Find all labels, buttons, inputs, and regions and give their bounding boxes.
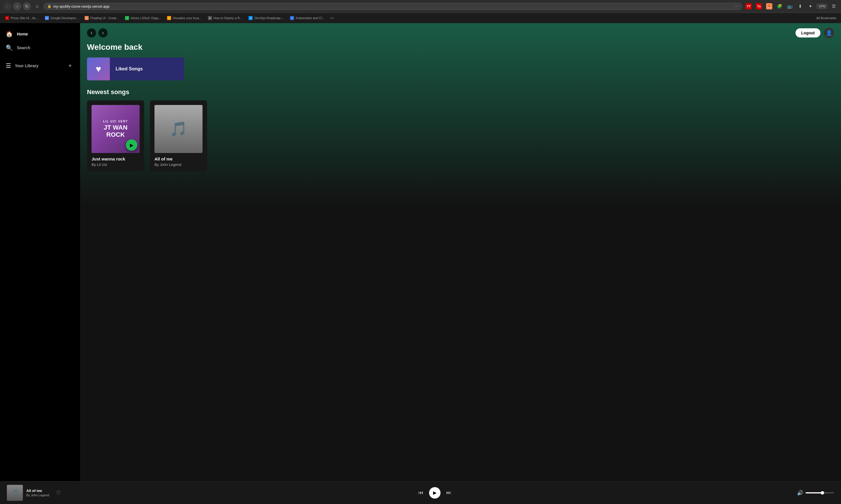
song-title-all-of-me: All of me <box>155 157 202 161</box>
skip-forward-button[interactable]: ⏭ <box>446 490 451 496</box>
tab-label-proxy: Proxy Site #1 - Ac... <box>11 16 39 20</box>
player-song-title: All of me <box>26 489 49 493</box>
url-text: my-spotify-clone-nextjs.vercel.app <box>53 4 733 8</box>
lil-uzi-song-line2: ROCK <box>103 131 128 138</box>
reload-button[interactable]: ↻ <box>23 2 31 10</box>
tab-label-floating: Floating UI - Creat... <box>90 16 119 20</box>
extensions-button[interactable]: YT <box>745 2 753 10</box>
tab-deploy[interactable]: H How to Deploy a R... <box>205 15 246 21</box>
sidebar: 🏠 Home 🔍 Search ☰ Your Library + <box>0 23 80 481</box>
play-button-just-wanna-rock[interactable]: ▶ <box>126 139 137 151</box>
tab-label-devops: DevOps Roadmap:... <box>254 16 284 20</box>
tab-favicon-proxy: P <box>5 16 9 20</box>
add-library-button[interactable]: + <box>66 61 74 70</box>
tab-google[interactable]: G Google Developer... <box>42 15 81 21</box>
song-artist-all-of-me: By John Legend <box>155 162 202 167</box>
player-song-details: All of me By John Legend <box>26 489 49 497</box>
tab-favicon-devops: D <box>249 16 253 20</box>
song-card-just-wanna-rock[interactable]: LIL UZI VERT JT WAN ROCK ▶ Just wanna ro… <box>87 101 144 171</box>
menu-button[interactable]: ☰ <box>829 2 838 10</box>
newest-songs-title: Newest songs <box>87 88 834 96</box>
bookmark-button[interactable]: ☆ <box>33 2 41 10</box>
extension-to-button[interactable]: To <box>755 2 763 10</box>
tab-label-gsoc: Home | GSoC Orga... <box>131 16 161 20</box>
browser-nav-buttons: ‹ › ↻ <box>3 2 31 10</box>
song-image-all-of-me: 🎵 ▶ <box>155 105 202 153</box>
player-song-artist: By John Legend <box>26 493 49 497</box>
header-back-button[interactable]: ‹ <box>87 28 96 37</box>
logout-button[interactable]: Logout <box>795 28 820 37</box>
liked-songs-icon: ♥ <box>87 57 110 80</box>
tab-favicon-kubernetes: K <box>290 16 294 20</box>
tab-label-kubernetes: Kubernetes and Cl... <box>296 16 324 20</box>
tab-visualize[interactable]: V Visualize your loca... <box>164 15 204 21</box>
sidebar-item-search-label: Search <box>17 46 30 50</box>
liked-songs-label: Liked Songs <box>110 66 148 72</box>
lil-uzi-artist-name: LIL UZI VERT <box>103 120 128 123</box>
player-bar: 🎵 All of me By John Legend ♡ ⏮ ▶ ⏭ 🔊 <box>0 481 841 504</box>
player-controls: ⏮ ▶ ⏭ <box>93 487 777 499</box>
extension-puzzle-button[interactable]: 🧩 <box>775 2 784 10</box>
all-bookmarks-label[interactable]: All Bookmarks <box>814 15 839 21</box>
song-artist-just-wanna-rock: By Lil Uzi <box>91 162 140 167</box>
tab-bar: P Proxy Site #1 - Ac... G Google Develop… <box>0 13 841 23</box>
lil-uzi-song-line1: JT WAN <box>103 124 128 131</box>
library-icon: ☰ <box>6 62 11 69</box>
vpn-badge[interactable]: VPN <box>817 4 827 9</box>
tab-favicon-floating: F <box>85 16 89 20</box>
back-button[interactable]: ‹ <box>3 2 12 10</box>
volume-slider[interactable] <box>806 492 834 493</box>
tab-favicon-gsoc: ♪ <box>125 16 129 20</box>
copilot-button[interactable]: ✦ <box>806 2 815 10</box>
tab-kubernetes[interactable]: K Kubernetes and Cl... <box>287 15 327 21</box>
player-play-button[interactable]: ▶ <box>429 487 441 499</box>
header-forward-button[interactable]: › <box>99 28 108 37</box>
user-avatar[interactable]: 👤 <box>824 28 834 38</box>
search-icon: 🔍 <box>6 44 13 51</box>
header-nav-buttons: ‹ › <box>87 28 108 37</box>
liked-songs-card[interactable]: ♥ Liked Songs <box>87 57 184 80</box>
welcome-title: Welcome back <box>87 42 834 52</box>
tab-more[interactable]: >> <box>328 15 336 21</box>
extension-firefox-button[interactable]: 🦊 <box>765 2 773 10</box>
browser-chrome: ‹ › ↻ ☆ 🔒 my-spotify-clone-nextjs.vercel… <box>0 0 841 13</box>
sidebar-nav: 🏠 Home 🔍 Search <box>0 28 80 54</box>
tab-label-google: Google Developer... <box>51 16 78 20</box>
forward-button[interactable]: › <box>13 2 21 10</box>
player-song-info: 🎵 All of me By John Legend ♡ <box>7 485 93 501</box>
sidebar-library-section: ☰ Your Library + <box>0 57 80 74</box>
tab-gsoc[interactable]: ♪ Home | GSoC Orga... <box>122 15 164 21</box>
cast-button[interactable]: 📺 <box>786 2 794 10</box>
tab-proxy[interactable]: P Proxy Site #1 - Ac... <box>2 15 41 21</box>
address-bar[interactable]: 🔒 my-spotify-clone-nextjs.vercel.app ⋯ <box>43 3 742 10</box>
tab-label-deploy: How to Deploy a R... <box>214 16 243 20</box>
sidebar-item-home[interactable]: 🏠 Home <box>2 28 78 40</box>
song-card-all-of-me[interactable]: 🎵 ▶ All of me By John Legend <box>150 101 207 171</box>
skip-back-button[interactable]: ⏮ <box>418 490 423 496</box>
player-thumbnail-image: 🎵 <box>7 485 23 501</box>
browser-right-icons: YT To 🦊 🧩 📺 ⬇ ✦ VPN ☰ <box>745 2 838 10</box>
app-layout: 🏠 Home 🔍 Search ☰ Your Library + ‹ › Log… <box>0 23 841 481</box>
player-volume: 🔊 <box>777 490 834 496</box>
song-image-just-wanna-rock: LIL UZI VERT JT WAN ROCK ▶ <box>91 105 140 153</box>
header-right: Logout 👤 <box>795 28 834 38</box>
main-header: ‹ › Logout 👤 <box>80 23 841 42</box>
sidebar-library-button[interactable]: ☰ Your Library <box>6 62 38 69</box>
tab-favicon-google: G <box>45 16 49 20</box>
player-like-button[interactable]: ♡ <box>56 490 61 496</box>
tab-devops[interactable]: D DevOps Roadmap:... <box>246 15 287 21</box>
volume-icon: 🔊 <box>797 490 803 496</box>
sidebar-item-home-label: Home <box>17 32 28 36</box>
download-button[interactable]: ⬇ <box>796 2 804 10</box>
main-body: Welcome back ♥ Liked Songs Newest songs … <box>80 42 841 178</box>
player-thumbnail: 🎵 <box>7 485 23 501</box>
song-title-just-wanna-rock: Just wanna rock <box>91 157 140 161</box>
lil-uzi-text: LIL UZI VERT JT WAN ROCK <box>101 118 130 140</box>
main-content: ‹ › Logout 👤 Welcome back ♥ Liked Songs … <box>80 23 841 481</box>
player-buttons: ⏮ ▶ ⏭ <box>418 487 451 499</box>
tab-favicon-visualize: V <box>167 16 171 20</box>
songs-grid: LIL UZI VERT JT WAN ROCK ▶ Just wanna ro… <box>87 101 834 171</box>
tab-favicon-deploy: H <box>208 16 212 20</box>
sidebar-item-search[interactable]: 🔍 Search <box>2 41 78 54</box>
tab-floating[interactable]: F Floating UI - Creat... <box>82 15 122 21</box>
